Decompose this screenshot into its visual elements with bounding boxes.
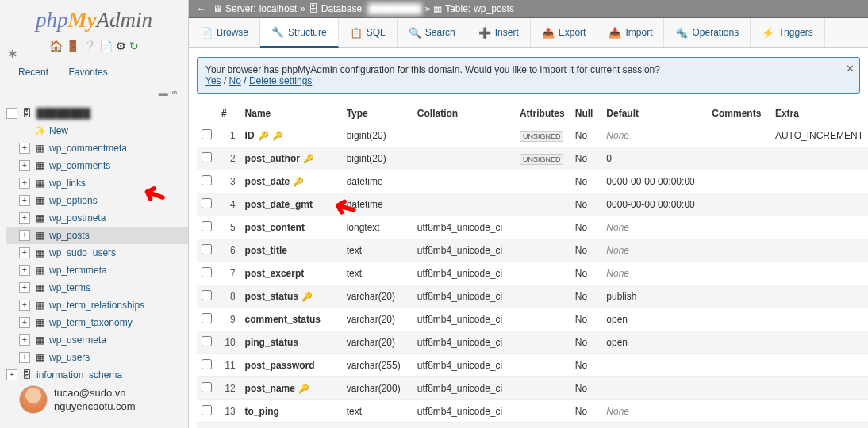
- tree-table-wp-termmeta[interactable]: +▦wp_termmeta: [6, 262, 188, 279]
- header-extra[interactable]: Extra: [770, 103, 868, 124]
- logout-icon[interactable]: 🚪: [66, 40, 79, 52]
- col-name[interactable]: post_author: [245, 153, 300, 164]
- tree-table-label[interactable]: wp_commentmeta: [49, 141, 127, 155]
- docs-icon[interactable]: ❔: [83, 40, 96, 52]
- plus-icon[interactable]: +: [6, 369, 17, 380]
- tree-table-label[interactable]: wp_options: [49, 193, 98, 208]
- tab-export[interactable]: 📤Export: [531, 18, 598, 47]
- tree-table-wp-users[interactable]: +▦wp_users: [6, 349, 188, 366]
- tree-db-label[interactable]: information_schema: [36, 368, 122, 382]
- plus-icon[interactable]: +: [19, 143, 30, 154]
- tree-table-label[interactable]: wp_users: [49, 350, 90, 365]
- col-name[interactable]: post_status: [245, 291, 298, 302]
- row-checkbox[interactable]: [202, 313, 212, 323]
- column-row[interactable]: 10ping_statusvarchar(20)utf8mb4_unicode_…: [197, 331, 868, 354]
- bc-server-link[interactable]: localhost: [259, 3, 297, 14]
- row-checkbox[interactable]: [202, 405, 212, 415]
- tree-table-label[interactable]: wp_term_relationships: [49, 298, 144, 312]
- collapse-icon[interactable]: ▬: [159, 87, 168, 98]
- tree-table-wp-commentmeta[interactable]: +▦wp_commentmeta: [6, 139, 188, 157]
- row-checkbox[interactable]: [202, 267, 212, 277]
- plus-icon[interactable]: +: [19, 352, 30, 363]
- tab-operations[interactable]: 🔩Operations: [664, 18, 751, 47]
- tree-table-wp-term-taxonomy[interactable]: +▦wp_term_taxonomy: [6, 314, 188, 331]
- plus-icon[interactable]: +: [19, 195, 30, 206]
- tree-new[interactable]: ✨ New: [6, 122, 188, 139]
- header-name[interactable]: Name: [240, 103, 342, 124]
- tab-favorites[interactable]: Favorites: [60, 63, 116, 82]
- tree-db-label[interactable]: ████████: [36, 106, 90, 120]
- tab-structure[interactable]: 🔧Structure: [260, 18, 339, 48]
- header-num[interactable]: #: [217, 103, 240, 124]
- notice-yes-link[interactable]: Yes: [205, 75, 221, 86]
- col-name[interactable]: post_password: [245, 360, 315, 371]
- tree-table-wp-usermeta[interactable]: +▦wp_usermeta: [6, 331, 188, 349]
- header-null[interactable]: Null: [570, 103, 602, 124]
- minus-icon[interactable]: −: [6, 108, 17, 119]
- tree-table-label[interactable]: wp_postmeta: [49, 211, 106, 225]
- tree-table-wp-terms[interactable]: +▦wp_terms: [6, 279, 188, 296]
- header-attributes[interactable]: Attributes: [515, 103, 570, 124]
- column-row[interactable]: 9comment_statusvarchar(20)utf8mb4_unicod…: [197, 308, 868, 331]
- plus-icon[interactable]: +: [19, 160, 30, 171]
- tree-table-label[interactable]: wp_sudo_users: [49, 246, 116, 260]
- tree-table-wp-posts[interactable]: +▦wp_posts: [6, 227, 188, 244]
- header-collation[interactable]: Collation: [413, 103, 515, 124]
- col-name[interactable]: post_content: [245, 222, 305, 233]
- sql-icon[interactable]: 📄: [99, 40, 113, 52]
- tab-insert[interactable]: ➕Insert: [467, 18, 531, 47]
- col-name[interactable]: ID: [245, 130, 255, 141]
- bc-table-link[interactable]: wp_posts: [474, 3, 514, 14]
- tree-table-wp-links[interactable]: +▦wp_links: [6, 174, 188, 192]
- tree-table-label[interactable]: wp_terms: [49, 281, 90, 295]
- tree-db-info-schema[interactable]: + 🗄 information_schema: [6, 366, 188, 384]
- tab-browse[interactable]: 📄Browse: [189, 18, 260, 47]
- row-checkbox[interactable]: [202, 290, 212, 300]
- plus-icon[interactable]: +: [19, 334, 30, 346]
- col-name[interactable]: to_ping: [245, 406, 279, 417]
- plus-icon[interactable]: +: [19, 317, 30, 328]
- header-type[interactable]: Type: [342, 103, 413, 124]
- tree-table-wp-options[interactable]: +▦wp_options: [6, 192, 188, 209]
- header-default[interactable]: Default: [601, 103, 707, 124]
- column-row[interactable]: 11post_passwordvarchar(255)utf8mb4_unico…: [197, 354, 868, 377]
- col-name[interactable]: comment_status: [245, 314, 321, 325]
- link-icon[interactable]: ⚭: [171, 87, 179, 98]
- tab-triggers[interactable]: ⚡Triggers: [751, 18, 825, 47]
- column-row[interactable]: 1ID🔑🔑bigint(20)UNSIGNEDNoNoneAUTO_INCREM…: [197, 124, 868, 147]
- row-checkbox[interactable]: [202, 359, 212, 369]
- column-row[interactable]: 2post_author🔑bigint(20)UNSIGNEDNo0: [197, 147, 868, 170]
- row-checkbox[interactable]: [202, 336, 212, 346]
- tree-table-label[interactable]: wp_term_taxonomy: [49, 315, 133, 330]
- notice-no-link[interactable]: No: [229, 75, 241, 86]
- tab-sql[interactable]: 📋SQL: [339, 18, 398, 47]
- logo[interactable]: phpMyAdmin: [0, 0, 188, 36]
- column-row[interactable]: 8post_status🔑varchar(20)utf8mb4_unicode_…: [197, 285, 868, 308]
- tree-table-label[interactable]: wp_links: [49, 176, 86, 190]
- row-checkbox[interactable]: [202, 129, 212, 139]
- tree-table-wp-term-relationships[interactable]: +▦wp_term_relationships: [6, 296, 188, 314]
- column-row[interactable]: 6post_titletextutf8mb4_unicode_ciNoNone: [197, 239, 868, 262]
- tree-table-wp-postmeta[interactable]: +▦wp_postmeta: [6, 209, 188, 227]
- tree-table-wp-comments[interactable]: +▦wp_comments: [6, 157, 188, 174]
- row-checkbox[interactable]: [202, 244, 212, 254]
- plus-icon[interactable]: +: [19, 282, 30, 293]
- collapse-sidebar-icon[interactable]: ←: [197, 3, 206, 14]
- tab-recent[interactable]: Recent: [10, 63, 57, 82]
- settings-icon[interactable]: ⚙: [116, 40, 126, 52]
- column-row[interactable]: 4post_date_gmtdatetimeNo0000-00-00 00:00…: [197, 193, 868, 216]
- plus-icon[interactable]: +: [19, 300, 30, 311]
- tree-new-label[interactable]: New: [49, 124, 68, 138]
- column-row[interactable]: 12post_name🔑varchar(200)utf8mb4_unicode_…: [197, 377, 868, 400]
- row-checkbox[interactable]: [202, 382, 212, 392]
- plus-icon[interactable]: +: [19, 230, 30, 241]
- tree-table-wp-sudo-users[interactable]: +▦wp_sudo_users: [6, 244, 188, 262]
- tab-search[interactable]: 🔍Search: [398, 18, 467, 47]
- tree-table-label[interactable]: wp_usermeta: [49, 333, 106, 347]
- column-row[interactable]: 7post_excerpttextutf8mb4_unicode_ciNoNon…: [197, 262, 868, 285]
- col-name[interactable]: post_excerpt: [245, 268, 305, 279]
- row-checkbox[interactable]: [202, 221, 212, 231]
- column-row[interactable]: 3post_date🔑datetimeNo0000-00-00 00:00:00: [197, 170, 868, 193]
- col-name[interactable]: ping_status: [245, 337, 298, 348]
- column-row[interactable]: 14pingedtextutf8mb4_unicode_ciNoNone: [197, 423, 868, 429]
